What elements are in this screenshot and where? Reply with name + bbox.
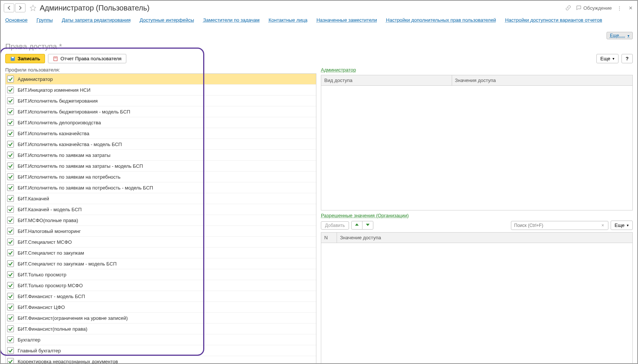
profile-label: БИТ.Специалист по закупкам - модель БСП [18, 261, 117, 267]
profile-checkbox[interactable] [7, 315, 14, 321]
close-icon[interactable]: ✕ [627, 4, 634, 12]
move-buttons [351, 221, 373, 230]
profile-checkbox[interactable] [7, 97, 14, 104]
search-input[interactable] [514, 222, 600, 228]
help-button[interactable]: ? [622, 54, 633, 63]
profile-row[interactable]: БИТ.Финансист ЦФО [6, 302, 316, 313]
profile-label: БИТ.Финансист(полные права) [18, 326, 87, 332]
profile-row[interactable]: БИТ.Исполнитель по заявкам на потребност… [6, 182, 316, 193]
profile-label: БИТ.Казначей [18, 196, 49, 201]
tab-link[interactable]: Назначенные заместители [316, 17, 377, 23]
profile-label: Корректировка нераспознанных документов [18, 359, 118, 364]
profile-checkbox[interactable] [7, 173, 14, 180]
profile-checkbox[interactable] [7, 87, 14, 93]
svg-rect-1 [12, 57, 14, 58]
allowed-link[interactable]: Разрешенные значения (Организации) [321, 213, 633, 218]
profile-row[interactable]: БИТ.Только просмотр [6, 269, 316, 280]
profile-checkbox[interactable] [7, 184, 14, 191]
profile-row[interactable]: Бухгалтер [6, 334, 316, 345]
tab-link[interactable]: Основное [5, 17, 28, 23]
tab-link[interactable]: Контактные лица [268, 17, 307, 23]
profile-label: БИТ.МСФО(полные права) [18, 218, 78, 223]
col-access-type: Вид доступа [321, 75, 452, 85]
favorite-icon[interactable] [28, 3, 38, 12]
profile-checkbox[interactable] [7, 271, 14, 278]
profile-row[interactable]: БИТ.Исполнитель по заявкам на потребност… [6, 172, 316, 182]
profile-row[interactable]: БИТ.Исполнитель делопроизводства [6, 117, 316, 128]
profile-checkbox[interactable] [7, 108, 14, 115]
profile-list[interactable]: АдминистраторБИТ.Инициатор изменения НСИ… [5, 73, 316, 364]
profiles-label: Профили пользователя: [5, 67, 316, 73]
profile-checkbox[interactable] [7, 336, 14, 343]
clear-search-icon[interactable]: × [600, 223, 606, 228]
move-up-button[interactable] [352, 221, 362, 229]
profile-row[interactable]: БИТ.Казначей [6, 193, 316, 204]
move-down-button[interactable] [362, 221, 373, 229]
tab-link[interactable]: Группы [37, 17, 53, 23]
lower-more-button[interactable]: Еще▾ [611, 221, 633, 230]
profile-row[interactable]: БИТ.Финансист(ограничения на уровне запи… [6, 313, 316, 324]
profile-checkbox[interactable] [7, 325, 14, 332]
profile-checkbox[interactable] [7, 293, 14, 300]
profile-row[interactable]: БИТ.Исполнитель бюджетирования [6, 95, 316, 106]
profile-row[interactable]: БИТ.Исполнитель по заявкам на затраты - … [6, 161, 316, 172]
profile-row[interactable]: БИТ.Исполнитель казначейства [6, 128, 316, 139]
forward-button[interactable] [15, 3, 25, 12]
profile-checkbox[interactable] [7, 239, 14, 245]
profile-label: БИТ.Исполнитель казначейства [18, 131, 89, 136]
header: Администратор (Пользователь) Обсуждение … [1, 1, 637, 15]
profile-row[interactable]: БИТ.Исполнитель по заявкам на затраты [6, 150, 316, 161]
tab-link[interactable]: Настройки дополнительных прав пользовате… [386, 17, 496, 23]
profile-label: БИТ.Финансист(ограничения на уровне запи… [18, 315, 128, 321]
profile-row[interactable]: БИТ.Казначей - модель БСП [6, 204, 316, 215]
profile-checkbox[interactable] [7, 76, 14, 82]
profile-row[interactable]: БИТ.Финансист(полные права) [6, 324, 316, 334]
profile-checkbox[interactable] [7, 152, 14, 158]
tab-link[interactable]: Заместители по задачам [203, 17, 260, 23]
profile-row[interactable]: БИТ.Исполнитель казначейства - модель БС… [6, 139, 316, 150]
profile-row[interactable]: БИТ.Специалист по закупкам [6, 248, 316, 258]
profile-row[interactable]: БИТ.Инициатор изменения НСИ [6, 85, 316, 95]
profile-checkbox[interactable] [7, 119, 14, 126]
profile-row[interactable]: БИТ.Исполнитель бюджетирования - модель … [6, 106, 316, 117]
profile-row[interactable]: Администратор [6, 74, 316, 85]
tab-link[interactable]: Доступные интерфейсы [139, 17, 194, 23]
profile-checkbox[interactable] [7, 206, 14, 213]
search-box[interactable]: × [511, 221, 608, 230]
admin-link[interactable]: Администратор [321, 67, 633, 73]
discussion-button[interactable]: Обсуждение [576, 5, 612, 11]
profile-checkbox[interactable] [7, 141, 14, 148]
profile-row[interactable]: БИТ.Специалист МСФО [6, 237, 316, 248]
link-icon[interactable] [565, 4, 572, 12]
profile-row[interactable]: БИТ.МСФО(полные права) [6, 215, 316, 226]
profile-checkbox[interactable] [7, 228, 14, 234]
profile-row[interactable]: БИТ.Только просмотр МСФО [6, 280, 316, 291]
back-button[interactable] [4, 3, 14, 12]
profile-label: БИТ.Исполнитель по заявкам на затраты [18, 152, 111, 158]
tab-link[interactable]: Настройки доступности вариантов отчетов [505, 17, 602, 23]
profile-checkbox[interactable] [7, 358, 14, 364]
profile-row[interactable]: БИТ.Налоговый мониторинг [6, 226, 316, 237]
tabs-more-button[interactable]: Еще.....▾ [607, 32, 633, 39]
profile-checkbox[interactable] [7, 304, 14, 310]
profile-checkbox[interactable] [7, 282, 14, 289]
profile-checkbox[interactable] [7, 195, 14, 202]
profile-checkbox[interactable] [7, 249, 14, 256]
profile-checkbox[interactable] [7, 347, 14, 354]
profile-checkbox[interactable] [7, 260, 14, 267]
profile-checkbox[interactable] [7, 163, 14, 169]
profile-row[interactable]: Главный бухгалтер [6, 345, 316, 356]
profile-checkbox[interactable] [7, 217, 14, 224]
right-panel: Администратор Вид доступа Значения досту… [321, 67, 633, 364]
col-value: Значение доступа [337, 233, 632, 243]
tab-link[interactable]: Даты запрета редактирования [62, 17, 131, 23]
profile-row[interactable]: БИТ.Специалист по закупкам - модель БСП [6, 258, 316, 269]
toolbar-more-button[interactable]: Еще▾ [596, 54, 619, 63]
kebab-icon[interactable]: ⋮ [616, 4, 623, 12]
profile-row[interactable]: БИТ.Финансист - модель БСП [6, 291, 316, 302]
report-button[interactable]: Отчет Права пользователя [48, 54, 126, 63]
add-button[interactable]: Добавить [321, 221, 349, 230]
save-button[interactable]: Записать [5, 54, 45, 63]
profile-row[interactable]: Корректировка нераспознанных документов [6, 356, 316, 364]
profile-checkbox[interactable] [7, 130, 14, 137]
